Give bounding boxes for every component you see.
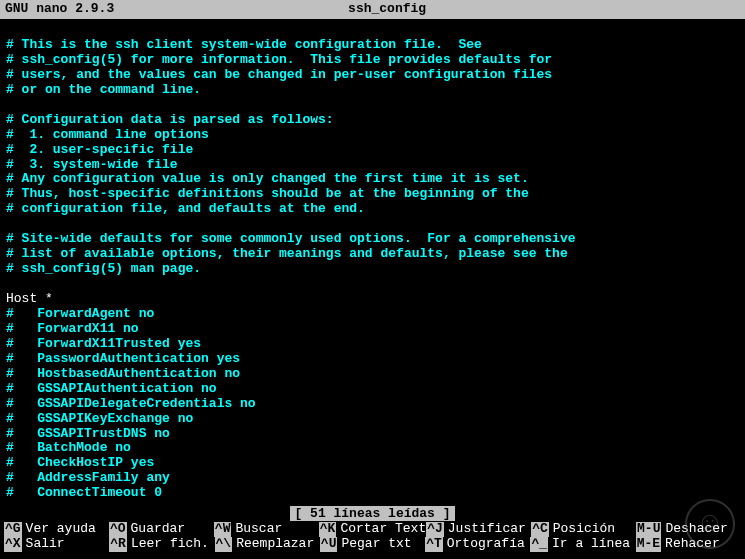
- shortcut-item[interactable]: ^XSalir: [4, 537, 109, 552]
- comment-text: ssh_config(5) man page.: [14, 262, 201, 277]
- shortcut-key: ^C: [531, 522, 549, 537]
- shortcut-label: Reemplazar: [236, 537, 314, 552]
- shortcuts-area: ^GVer ayuda^OGuardar^WBuscar^KCortar Tex…: [0, 522, 745, 552]
- comment-text: CheckHostIP yes: [14, 456, 154, 471]
- comment-line: # users, and the values can be changed i…: [6, 68, 739, 83]
- comment-text: list of available options, their meaning…: [14, 247, 568, 262]
- comment-line: # GSSAPIAuthentication no: [6, 382, 739, 397]
- comment-text: 1. command line options: [14, 128, 209, 143]
- title-bar: GNU nano 2.9.3 ssh_config: [0, 0, 745, 19]
- comment-text: BatchMode no: [14, 441, 131, 456]
- hash-marker: #: [6, 172, 14, 187]
- hash-marker: #: [6, 412, 14, 427]
- comment-line: # BatchMode no: [6, 441, 739, 456]
- shortcut-key: M-U: [636, 522, 661, 537]
- config-line: Host *: [6, 292, 739, 307]
- shortcut-label: Posición: [553, 522, 615, 537]
- shortcut-item[interactable]: ^WBuscar: [214, 522, 319, 537]
- hash-marker: #: [6, 247, 14, 262]
- comment-line: # Thus, host-specific definitions should…: [6, 187, 739, 202]
- filename: ssh_config: [34, 2, 740, 17]
- comment-line: # AddressFamily any: [6, 471, 739, 486]
- hash-marker: #: [6, 441, 14, 456]
- hash-marker: #: [6, 143, 14, 158]
- comment-line: # Any configuration value is only change…: [6, 172, 739, 187]
- shortcut-label: Cortar Text: [340, 522, 426, 537]
- hash-marker: #: [6, 68, 14, 83]
- hash-marker: #: [6, 187, 14, 202]
- shortcut-label: Ortografía: [447, 537, 525, 552]
- comment-text: ssh_config(5) for more information. This…: [14, 53, 552, 68]
- comment-text: GSSAPIKeyExchange no: [14, 412, 193, 427]
- comment-line: # list of available options, their meani…: [6, 247, 739, 262]
- shortcut-key: ^O: [109, 522, 127, 537]
- shortcut-item[interactable]: ^_Ir a línea: [530, 537, 635, 552]
- shortcut-label: Guardar: [131, 522, 186, 537]
- shortcut-item[interactable]: ^RLeer fich.: [109, 537, 214, 552]
- blank-line: [6, 217, 739, 232]
- shortcut-row-2: ^XSalir^RLeer fich.^\Reemplazar^UPegar t…: [4, 537, 741, 552]
- hash-marker: #: [6, 471, 14, 486]
- comment-text: PasswordAuthentication yes: [14, 352, 240, 367]
- comment-line: # ForwardX11 no: [6, 322, 739, 337]
- comment-line: # ssh_config(5) man page.: [6, 262, 739, 277]
- hash-marker: #: [6, 202, 14, 217]
- hash-marker: #: [6, 262, 14, 277]
- comment-text: HostbasedAuthentication no: [14, 367, 240, 382]
- shortcut-item[interactable]: ^CPosición: [531, 522, 636, 537]
- shortcut-item[interactable]: ^\Reemplazar: [215, 537, 320, 552]
- hash-marker: #: [6, 322, 14, 337]
- hash-marker: #: [6, 232, 14, 247]
- shortcut-item[interactable]: ^UPegar txt: [320, 537, 425, 552]
- shortcut-item[interactable]: ^TOrtografía: [425, 537, 530, 552]
- comment-text: Any configuration value is only changed …: [14, 172, 529, 187]
- shortcut-item[interactable]: ^JJustificar: [426, 522, 531, 537]
- status-text: [ 51 líneas leídas ]: [290, 506, 454, 521]
- comment-line: # This is the ssh client system-wide con…: [6, 38, 739, 53]
- comment-line: # Configuration data is parsed as follow…: [6, 113, 739, 128]
- shortcut-item[interactable]: ^OGuardar: [109, 522, 214, 537]
- comment-line: # PasswordAuthentication yes: [6, 352, 739, 367]
- comment-line: # ForwardX11Trusted yes: [6, 337, 739, 352]
- shortcut-label: Leer fich.: [131, 537, 209, 552]
- comment-line: # or on the command line.: [6, 83, 739, 98]
- comment-line: # 2. user-specific file: [6, 143, 739, 158]
- hash-marker: #: [6, 352, 14, 367]
- blank-line: [6, 277, 739, 292]
- hash-marker: #: [6, 397, 14, 412]
- comment-text: GSSAPIDelegateCredentials no: [14, 397, 256, 412]
- hash-marker: #: [6, 158, 14, 173]
- comment-text: ForwardX11 no: [14, 322, 139, 337]
- comment-text: Thus, host-specific definitions should b…: [14, 187, 529, 202]
- comment-text: ForwardX11Trusted yes: [14, 337, 201, 352]
- shortcut-item[interactable]: ^GVer ayuda: [4, 522, 109, 537]
- comment-line: # ConnectTimeout 0: [6, 486, 739, 501]
- hash-marker: #: [6, 367, 14, 382]
- shortcut-key: ^K: [319, 522, 337, 537]
- comment-text: Site-wide defaults for some commonly use…: [14, 232, 576, 247]
- comment-text: GSSAPITrustDNS no: [14, 427, 170, 442]
- blank-line: [6, 23, 739, 38]
- comment-text: 3. system-wide file: [14, 158, 178, 173]
- comment-text: or on the command line.: [14, 83, 201, 98]
- shortcut-label: Ver ayuda: [26, 522, 96, 537]
- hash-marker: #: [6, 307, 14, 322]
- shortcut-label: Pegar txt: [341, 537, 411, 552]
- shortcut-item[interactable]: ^KCortar Text: [319, 522, 426, 537]
- comment-line: # GSSAPITrustDNS no: [6, 427, 739, 442]
- comment-line: # configuration file, and defaults at th…: [6, 202, 739, 217]
- comment-text: AddressFamily any: [14, 471, 170, 486]
- hash-marker: #: [6, 486, 14, 501]
- shortcut-label: Ir a línea: [552, 537, 630, 552]
- shortcut-key: ^X: [4, 537, 22, 552]
- shortcut-label: Buscar: [235, 522, 282, 537]
- shortcut-key: ^J: [426, 522, 444, 537]
- shortcut-label: Salir: [26, 537, 65, 552]
- comment-text: configuration file, and defaults at the …: [14, 202, 365, 217]
- blank-line: [6, 98, 739, 113]
- shortcut-key: ^R: [109, 537, 127, 552]
- comment-text: ConnectTimeout 0: [14, 486, 162, 501]
- shortcut-key: ^W: [214, 522, 232, 537]
- editor-area[interactable]: # This is the ssh client system-wide con…: [0, 19, 745, 505]
- hash-marker: #: [6, 456, 14, 471]
